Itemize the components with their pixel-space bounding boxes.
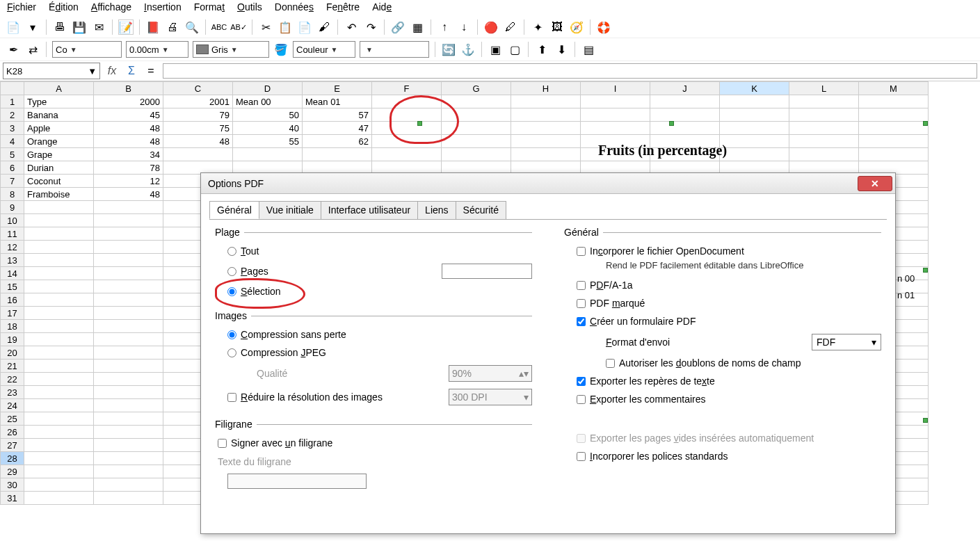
pen-icon[interactable]: ✒: [6, 42, 21, 57]
cell-A25[interactable]: [24, 412, 94, 426]
cell-F1[interactable]: [372, 95, 442, 108]
radio-tout[interactable]: [227, 247, 236, 256]
cell-E5[interactable]: [303, 148, 372, 161]
cell-A13[interactable]: [24, 254, 94, 267]
arrows-icon[interactable]: ⇄: [25, 42, 40, 57]
cell-F4[interactable]: [372, 135, 442, 148]
redo-icon[interactable]: ↷: [363, 19, 378, 35]
check-polices[interactable]: [577, 452, 586, 461]
corner-cell[interactable]: [1, 82, 24, 95]
handle-icon[interactable]: [669, 121, 674, 126]
cell-F2[interactable]: [372, 108, 442, 122]
cell-A23[interactable]: [24, 386, 94, 399]
cell-E4[interactable]: 62: [303, 135, 372, 148]
cell-B31[interactable]: [94, 492, 163, 505]
undo-icon[interactable]: ↶: [344, 19, 359, 35]
cell-A19[interactable]: [24, 333, 94, 346]
cell-A6[interactable]: Durian: [24, 161, 94, 175]
cell-B27[interactable]: [94, 439, 163, 452]
row-header-18[interactable]: 18: [1, 320, 24, 333]
tab-vue[interactable]: Vue initiale: [259, 201, 321, 219]
record-icon[interactable]: 🔴: [483, 19, 499, 35]
cell-A26[interactable]: [24, 426, 94, 439]
color-combo[interactable]: Gris▼: [193, 41, 269, 58]
pdf-icon[interactable]: 📕: [145, 19, 161, 35]
cell-B2[interactable]: 45: [94, 108, 163, 122]
cell-A29[interactable]: [24, 465, 94, 478]
bring-front-icon[interactable]: ⬆: [534, 42, 549, 57]
row-header-20[interactable]: 20: [1, 346, 24, 360]
cell-B9[interactable]: [94, 201, 163, 214]
tab-interface[interactable]: Interface utilisateur: [321, 201, 418, 219]
cell-B11[interactable]: [94, 227, 163, 241]
format-combo[interactable]: FDF▾: [812, 334, 881, 350]
dpi-combo[interactable]: 300 DPI▾: [449, 389, 532, 405]
col-header-D[interactable]: D: [233, 82, 303, 95]
cell-A4[interactable]: Orange: [24, 135, 94, 148]
rotate-icon[interactable]: 🔄: [441, 42, 456, 57]
col-header-H[interactable]: H: [511, 82, 581, 95]
cell-A12[interactable]: [24, 241, 94, 254]
check-incorporer-od[interactable]: [577, 247, 586, 256]
cell-B29[interactable]: [94, 465, 163, 478]
open-icon[interactable]: ▾: [25, 19, 40, 35]
col-header-A[interactable]: A: [24, 82, 94, 95]
cell-D4[interactable]: 55: [233, 135, 303, 148]
cell-A8[interactable]: Framboise: [24, 188, 94, 201]
preview-icon[interactable]: 🔍: [184, 19, 200, 35]
tool-icon[interactable]: 🖊: [503, 19, 518, 35]
radio-jpeg[interactable]: [227, 348, 236, 357]
menu-edition[interactable]: Édition: [49, 1, 79, 13]
cell-A20[interactable]: [24, 346, 94, 360]
fx-icon[interactable]: fx: [104, 63, 120, 79]
cell-H4[interactable]: [511, 135, 581, 148]
row-header-21[interactable]: 21: [1, 360, 24, 373]
check-doublons[interactable]: [606, 359, 615, 368]
cell-A21[interactable]: [24, 360, 94, 373]
line-width-combo[interactable]: 0.00cm▼: [126, 41, 188, 58]
radio-selection[interactable]: [227, 287, 236, 296]
menu-fenetre[interactable]: Fenêtre: [326, 1, 360, 13]
row-header-31[interactable]: 31: [1, 492, 24, 505]
row-header-11[interactable]: 11: [1, 227, 24, 241]
cell-H2[interactable]: [511, 108, 581, 122]
cell-I3[interactable]: [581, 122, 650, 135]
cell-D2[interactable]: 50: [233, 108, 303, 122]
col-header-E[interactable]: E: [303, 82, 372, 95]
send-back-icon[interactable]: ⬇: [554, 42, 569, 57]
cell-B6[interactable]: 78: [94, 161, 163, 175]
menu-outils[interactable]: Outils: [237, 1, 262, 13]
cell-F5[interactable]: [372, 148, 442, 161]
print2-icon[interactable]: 🖨: [165, 19, 180, 35]
cell-A5[interactable]: Grape: [24, 148, 94, 161]
line-style-combo[interactable]: Co▼: [52, 41, 122, 58]
row-header-30[interactable]: 30: [1, 478, 24, 492]
cell-A14[interactable]: [24, 267, 94, 280]
cell-J2[interactable]: [650, 108, 720, 122]
cell-K5[interactable]: [720, 148, 789, 161]
cell-E2[interactable]: 57: [303, 108, 372, 122]
cell-B17[interactable]: [94, 307, 163, 320]
cell-B20[interactable]: [94, 346, 163, 360]
col-header-B[interactable]: B: [94, 82, 163, 95]
cell-A7[interactable]: Coconut: [24, 175, 94, 188]
row-header-27[interactable]: 27: [1, 439, 24, 452]
cell-I1[interactable]: [581, 95, 650, 108]
row-header-29[interactable]: 29: [1, 465, 24, 478]
handle-icon[interactable]: [417, 121, 422, 126]
row-header-28[interactable]: 28: [1, 452, 24, 465]
cell-B24[interactable]: [94, 399, 163, 412]
cell-G3[interactable]: [442, 122, 511, 135]
radio-lossless[interactable]: [227, 330, 236, 339]
cell-B8[interactable]: 48: [94, 188, 163, 201]
cell-A1[interactable]: Type: [24, 95, 94, 108]
cell-B12[interactable]: [94, 241, 163, 254]
cell-D3[interactable]: 40: [233, 122, 303, 135]
menu-insertion[interactable]: Insertion: [144, 1, 182, 13]
cell-B25[interactable]: [94, 412, 163, 426]
cell-B18[interactable]: [94, 320, 163, 333]
handle-icon[interactable]: [923, 121, 928, 126]
fill-type-combo[interactable]: Couleur▼: [293, 41, 355, 58]
cell-B14[interactable]: [94, 267, 163, 280]
sort-asc-icon[interactable]: ↑: [437, 19, 452, 35]
